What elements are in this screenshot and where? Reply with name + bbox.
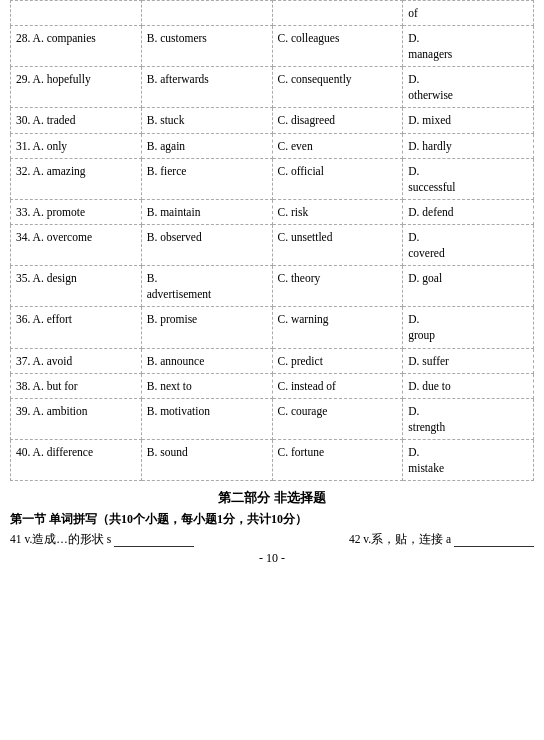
table-cell: D. mixed [403,108,534,133]
table-cell: 32. A. amazing [11,158,142,199]
table-cell: 37. A. avoid [11,348,142,373]
q42-blank [454,546,534,547]
section2-title: 第二部分 非选择题 [10,489,534,507]
table-cell: B. advertisement [141,266,272,307]
table-cell: B. announce [141,348,272,373]
table-cell: D. managers [403,26,534,67]
table-cell: C. even [272,133,403,158]
table-cell: D. suffer [403,348,534,373]
table-cell: C. fortune [272,439,403,480]
page-number: - 10 - [10,551,534,566]
table-cell: D. mistake [403,439,534,480]
table-cell: 38. A. but for [11,373,142,398]
table-row: 32. A. amazingB. fierceC. officialD. suc… [11,158,534,199]
bottom-questions: 41 v.造成…的形状 s 42 v.系，贴，连接 a [10,532,534,547]
table-row: 38. A. but forB. next toC. instead ofD. … [11,373,534,398]
table-cell: D. hardly [403,133,534,158]
subsection-title: 第一节 单词拼写（共10个小题，每小题1分，共计10分） [10,511,534,528]
q41-text: 41 v.造成…的形状 s [10,533,111,545]
table-cell: C. colleagues [272,26,403,67]
table-cell: B. observed [141,224,272,265]
table-cell: 35. A. design [11,266,142,307]
table-cell: C. unsettled [272,224,403,265]
table-cell: 30. A. traded [11,108,142,133]
table-cell: B. next to [141,373,272,398]
answer-table: of28. A. companiesB. customersC. colleag… [10,0,534,481]
table-row: 40. A. differenceB. soundC. fortuneD. mi… [11,439,534,480]
table-cell: C. official [272,158,403,199]
table-cell: of [403,1,534,26]
table-row: 30. A. tradedB. stuckC. disagreedD. mixe… [11,108,534,133]
table-cell: D. successful [403,158,534,199]
q42: 42 v.系，贴，连接 a [349,532,534,547]
table-cell: B. motivation [141,398,272,439]
table-cell: C. courage [272,398,403,439]
table-cell: 36. A. effort [11,307,142,348]
table-cell [141,1,272,26]
table-cell: C. theory [272,266,403,307]
table-cell: 28. A. companies [11,26,142,67]
table-cell: 29. A. hopefully [11,67,142,108]
table-cell: C. predict [272,348,403,373]
table-cell: B. sound [141,439,272,480]
page: of28. A. companiesB. customersC. colleag… [0,0,544,566]
table-row: of [11,1,534,26]
table-cell: B. again [141,133,272,158]
table-cell: C. disagreed [272,108,403,133]
table-cell: B. promise [141,307,272,348]
table-cell: B. afterwards [141,67,272,108]
table-cell [11,1,142,26]
table-cell: C. risk [272,199,403,224]
table-row: 33. A. promoteB. maintainC. riskD. defen… [11,199,534,224]
q41-blank [114,546,194,547]
table-row: 28. A. companiesB. customersC. colleague… [11,26,534,67]
table-cell: D. group [403,307,534,348]
table-row: 29. A. hopefullyB. afterwardsC. conseque… [11,67,534,108]
table-cell: B. stuck [141,108,272,133]
table-cell [272,1,403,26]
table-cell: 31. A. only [11,133,142,158]
table-row: 34. A. overcomeB. observedC. unsettledD.… [11,224,534,265]
table-cell: 33. A. promote [11,199,142,224]
table-cell: 39. A. ambition [11,398,142,439]
table-cell: C. warning [272,307,403,348]
table-cell: D. goal [403,266,534,307]
table-cell: B. customers [141,26,272,67]
table-cell: 34. A. overcome [11,224,142,265]
q41: 41 v.造成…的形状 s [10,532,194,547]
table-cell: D. due to [403,373,534,398]
table-row: 31. A. onlyB. againC. evenD. hardly [11,133,534,158]
table-cell: D. strength [403,398,534,439]
table-row: 36. A. effortB. promiseC. warningD. grou… [11,307,534,348]
table-cell: D. covered [403,224,534,265]
q42-text: 42 v.系，贴，连接 a [349,533,451,545]
table-cell: D. otherwise [403,67,534,108]
table-cell: B. maintain [141,199,272,224]
table-row: 35. A. designB. advertisementC. theoryD.… [11,266,534,307]
table-cell: C. consequently [272,67,403,108]
table-cell: B. fierce [141,158,272,199]
table-cell: 40. A. difference [11,439,142,480]
table-row: 39. A. ambitionB. motivationC. courageD.… [11,398,534,439]
table-cell: D. defend [403,199,534,224]
table-row: 37. A. avoidB. announceC. predictD. suff… [11,348,534,373]
table-cell: C. instead of [272,373,403,398]
